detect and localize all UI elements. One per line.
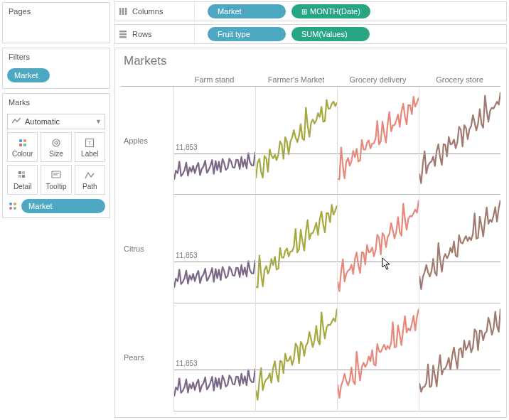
svg-rect-21 [125, 8, 127, 15]
reference-line [338, 154, 419, 154]
reference-line [174, 370, 255, 370]
colour-dots-icon [7, 200, 18, 212]
svg-point-17 [9, 207, 12, 210]
svg-rect-8 [18, 171, 21, 174]
rows-label: Rows [131, 25, 195, 43]
viz-canvas[interactable]: Markets Farm standFarmer's MarketGrocery… [114, 48, 507, 418]
svg-point-15 [9, 203, 12, 205]
svg-rect-10 [18, 175, 21, 178]
chart-panel[interactable] [419, 303, 500, 411]
svg-text:T: T [88, 140, 92, 146]
svg-point-3 [23, 143, 26, 146]
svg-point-1 [23, 139, 26, 141]
row-pill-sum-values[interactable]: SUM(Values) [291, 27, 370, 41]
reference-line-label: 11,853 [176, 144, 198, 151]
col-header[interactable]: Farm stand [173, 72, 255, 87]
row-pill-fruit-type[interactable]: Fruit type [208, 27, 286, 41]
reference-line [174, 154, 255, 154]
svg-rect-11 [22, 175, 25, 178]
marks-detail-button[interactable]: Detail [7, 165, 38, 195]
reference-line [256, 154, 337, 154]
chart-panel[interactable] [419, 87, 500, 195]
col-header[interactable]: Grocery delivery [337, 72, 419, 87]
reference-line [419, 370, 500, 370]
reference-line [419, 154, 500, 154]
rows-icon [115, 29, 131, 39]
marks-path-button[interactable]: Path [75, 165, 105, 195]
svg-rect-9 [22, 171, 25, 174]
marks-colour-label: Colour [12, 150, 33, 158]
marks-title: Marks [3, 94, 109, 111]
columns-label: Columns [131, 2, 195, 21]
row-header[interactable]: Apples [121, 87, 173, 195]
chart-panel[interactable] [255, 195, 337, 303]
chart-panel[interactable]: 11,853 [173, 87, 255, 195]
col-pill-market[interactable]: Market [208, 4, 286, 18]
filter-pill-market[interactable]: Market [7, 68, 50, 82]
columns-shelf[interactable]: Columns Market ⊞MONTH(Date) [114, 1, 507, 21]
marks-path-label: Path [82, 183, 97, 190]
chart-panel[interactable] [337, 195, 419, 303]
size-icon [50, 137, 62, 149]
marks-detail-label: Detail [14, 183, 32, 190]
columns-icon [115, 6, 131, 16]
reference-line [419, 262, 500, 262]
caret-down-icon: ▼ [95, 118, 102, 125]
svg-point-16 [14, 203, 16, 205]
marks-label-label: Label [81, 150, 98, 158]
chart-panel[interactable] [255, 303, 337, 411]
label-icon: T [84, 137, 95, 149]
marks-size-button[interactable]: Size [41, 132, 71, 162]
automatic-line-icon [12, 117, 21, 126]
marks-size-label: Size [49, 150, 63, 158]
filters-shelf[interactable]: Filters Market [2, 48, 110, 89]
svg-point-0 [18, 139, 21, 141]
reference-line-label: 11,853 [176, 360, 198, 367]
col-pill-month-date[interactable]: ⊞MONTH(Date) [291, 4, 370, 18]
marks-tooltip-label: Tooltip [46, 183, 67, 190]
reference-line [338, 370, 419, 370]
plus-icon: ⊞ [301, 8, 307, 16]
svg-rect-22 [119, 31, 127, 33]
svg-rect-24 [119, 36, 127, 38]
chart-panel[interactable] [419, 195, 500, 303]
svg-point-18 [14, 207, 16, 210]
pages-shelf[interactable]: Pages [2, 2, 110, 43]
svg-point-4 [53, 139, 60, 146]
reference-line [256, 370, 337, 370]
reference-line-label: 11,853 [176, 252, 198, 259]
sheet-title[interactable]: Markets [124, 54, 500, 68]
svg-rect-20 [122, 8, 124, 15]
pages-title: Pages [3, 3, 109, 20]
chart-panel[interactable] [337, 303, 419, 411]
svg-point-2 [18, 143, 21, 146]
tooltip-icon [50, 170, 62, 181]
col-header[interactable]: Farmer's Market [255, 72, 337, 87]
svg-rect-23 [119, 33, 127, 36]
colour-icon [17, 137, 28, 149]
marks-type-dropdown[interactable]: Automatic ▼ [7, 114, 105, 129]
reference-line [256, 262, 337, 262]
marks-label-button[interactable]: T Label [75, 132, 105, 162]
path-icon [84, 170, 95, 181]
detail-icon [17, 170, 28, 181]
marks-colour-pill-market[interactable]: Market [21, 199, 105, 213]
chart-panel[interactable]: 11,853 [173, 195, 255, 303]
marks-type-label: Automatic [25, 117, 60, 126]
chart-panel[interactable]: 11,853 [173, 303, 255, 411]
svg-rect-19 [119, 8, 122, 15]
col-header[interactable]: Grocery store [419, 72, 500, 87]
marks-colour-button[interactable]: Colour [7, 132, 38, 162]
row-header[interactable]: Citrus [121, 195, 173, 303]
chart-panel[interactable] [337, 87, 419, 195]
reference-line [338, 262, 419, 262]
rows-shelf[interactable]: Rows Fruit type SUM(Values) [114, 24, 507, 44]
chart-panel[interactable] [255, 87, 337, 195]
marks-tooltip-button[interactable]: Tooltip [41, 165, 71, 195]
svg-point-5 [55, 141, 58, 144]
reference-line [174, 262, 255, 262]
filters-title: Filters [3, 48, 109, 65]
row-header[interactable]: Pears [121, 303, 173, 411]
marks-card: Marks Automatic ▼ Colour Size T Label [2, 93, 110, 218]
